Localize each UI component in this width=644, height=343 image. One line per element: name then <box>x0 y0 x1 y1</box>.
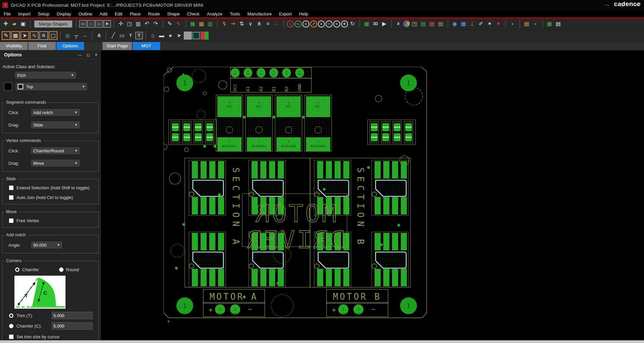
menu-export[interactable]: Export <box>275 11 296 17</box>
ratsnest-points-icon[interactable]: ⋔ <box>95 32 103 40</box>
merge-shapes-button[interactable]: Merge Shapes <box>34 20 72 28</box>
color-wheel-icon[interactable] <box>403 20 410 27</box>
ratsnest-icon[interactable]: ⋔ <box>255 20 263 28</box>
export-view-icon[interactable]: ▤ <box>554 20 562 28</box>
menu-tools[interactable]: Tools <box>226 11 244 17</box>
db-doc-icon[interactable]: ▤ <box>523 20 531 28</box>
zoom-in-icon[interactable]: + <box>318 20 325 28</box>
measure-icon[interactable]: ⊥ <box>468 20 476 28</box>
shine-on-icon[interactable]: ✶ <box>486 20 494 28</box>
layers-icon[interactable]: ▤ <box>419 20 427 28</box>
shape-outline-icon[interactable]: ▢ <box>49 31 57 40</box>
options-panel-header[interactable]: Options —◱✕ <box>0 50 100 59</box>
text-block-icon[interactable]: T <box>135 32 143 39</box>
etch-pen-icon[interactable]: ✐ <box>477 20 485 28</box>
menu-help[interactable]: Help <box>295 11 312 17</box>
menu-check[interactable]: Check <box>183 11 203 17</box>
swatch-split-icon[interactable] <box>201 32 209 40</box>
segment-drag-dropdown[interactable]: Slide <box>31 121 80 129</box>
new-drawing-icon[interactable]: ✚ <box>2 20 10 28</box>
menu-place[interactable]: Place <box>126 11 144 17</box>
vertex-drag-dropdown[interactable]: Move <box>31 159 80 167</box>
set-trim-by-cursor-checkbox[interactable] <box>9 335 13 339</box>
doc-tab-mot[interactable]: MOT <box>133 42 160 50</box>
menu-display[interactable]: Display <box>53 11 75 17</box>
edit-property-icon[interactable]: ✎ <box>2 31 10 40</box>
chamfer-size-radio[interactable] <box>9 324 13 328</box>
shape-circle-icon[interactable]: ○ <box>87 20 95 28</box>
extend-selection-checkbox[interactable] <box>9 186 13 190</box>
chamfer-input[interactable] <box>52 322 93 330</box>
delete-icon[interactable]: ▥ <box>134 20 142 28</box>
undo-icon[interactable]: ↶ <box>143 20 151 28</box>
menu-outline[interactable]: Outline <box>75 11 96 17</box>
add-text-icon[interactable]: T <box>127 32 135 40</box>
angle-dropdown[interactable]: 90.000 <box>31 241 63 249</box>
trim-radio[interactable] <box>9 313 13 318</box>
report-icon[interactable]: ▤ <box>428 20 436 28</box>
swatch-gray-icon[interactable] <box>184 32 192 40</box>
free-vertex-checkbox[interactable] <box>9 218 13 223</box>
zoom-points-icon[interactable]: ◎ <box>63 32 72 40</box>
menu-file[interactable]: File <box>0 11 14 17</box>
highlight-icon[interactable]: ✎ <box>166 20 174 28</box>
signal-group-icon[interactable]: G <box>39 31 48 40</box>
copy-view-icon[interactable]: ◳ <box>411 20 419 28</box>
align-icon[interactable]: ≡ <box>264 20 272 28</box>
select-net-icon[interactable]: ➤ <box>20 31 29 40</box>
redraw-icon[interactable]: ↻ <box>349 20 357 28</box>
route-options-icon[interactable]: ≡ <box>302 20 309 28</box>
trim-input[interactable] <box>52 312 93 319</box>
doc-tab-start-page[interactable]: Start Page <box>102 42 132 50</box>
place-pin-icon[interactable]: ▥ <box>206 20 214 28</box>
unroute-icon[interactable]: ∿ <box>287 20 294 28</box>
redo-icon[interactable]: ↷ <box>152 20 160 28</box>
shine-off-icon[interactable]: ✶ <box>495 20 503 28</box>
overflow-icon[interactable]: » <box>509 20 517 28</box>
ellipse-tool-icon[interactable]: ● <box>166 32 174 40</box>
panel-float-icon[interactable]: ◱ <box>86 53 90 57</box>
tab-find[interactable]: Find <box>28 42 56 50</box>
zoom-fit-icon[interactable]: ✛ <box>341 20 348 28</box>
segment-click-dropdown[interactable]: Add notch <box>31 108 80 116</box>
add-vertex-icon[interactable]: ∨ <box>247 20 255 28</box>
waveform-icon[interactable]: ∿ <box>30 31 39 40</box>
shape-rectangle-icon[interactable]: ▭ <box>79 20 87 28</box>
edit-part-icon[interactable]: ▦ <box>11 31 20 40</box>
datum-icon[interactable]: ┬ <box>72 32 80 40</box>
add-rectangle-icon[interactable]: ▭ <box>118 32 126 40</box>
place-component-icon[interactable]: ▩ <box>198 20 206 28</box>
menu-edit[interactable]: Edit <box>111 11 126 17</box>
design-canvas[interactable]: 11111VCCVCC2A1A13A2A24B1B15B2B26GNDGND2V… <box>101 50 644 340</box>
add-connect-icon[interactable]: ↯ <box>220 20 228 28</box>
net-group-icon[interactable]: ∴ <box>273 20 281 28</box>
zoom-out-icon[interactable]: − <box>326 20 333 28</box>
add-line-icon[interactable]: ╱ <box>109 32 117 40</box>
polygon-tool-icon[interactable]: ⌂ <box>149 32 157 40</box>
stretch-icon[interactable]: ↔ <box>81 32 89 40</box>
slide-route-icon[interactable]: ⇝ <box>229 20 237 28</box>
tune-delay-icon[interactable]: ⇅ <box>238 20 246 28</box>
swatch-dark-icon[interactable] <box>192 32 200 39</box>
filled-rect-icon[interactable]: ▬ <box>158 32 166 40</box>
open-drawing-icon[interactable]: ▰ <box>10 20 18 28</box>
chamfer-radio[interactable] <box>15 267 19 272</box>
move-icon[interactable]: ✛ <box>117 20 125 28</box>
subclass-dropdown[interactable]: Top <box>15 82 88 91</box>
chip-view-icon[interactable]: ▦ <box>460 20 468 28</box>
unhighlight-icon[interactable]: ✎ <box>175 20 183 28</box>
step-icon[interactable]: ▶ <box>380 20 388 28</box>
place-module-icon[interactable]: ▦ <box>189 20 197 28</box>
save-drawing-icon[interactable]: ▣ <box>19 20 27 28</box>
panel-close-icon[interactable]: ✕ <box>95 53 98 57</box>
pcb-3d-icon[interactable]: ▦ <box>363 20 371 28</box>
menu-import[interactable]: Import <box>14 11 34 17</box>
round-radio[interactable] <box>59 267 63 272</box>
vertex-click-dropdown[interactable]: Chamfer/Round <box>31 147 80 155</box>
view-3d-icon[interactable]: 3D <box>372 20 380 28</box>
menu-analyze[interactable]: Analyze <box>203 11 226 17</box>
route-icon[interactable]: ∿ <box>295 20 302 28</box>
pcb-board[interactable]: 11111VCCVCC2A1A13A2A24B1B15B2B26GNDGND2V… <box>164 67 429 325</box>
copy-icon[interactable]: ◳ <box>126 20 134 28</box>
variables-icon[interactable]: ▦ <box>546 20 554 28</box>
